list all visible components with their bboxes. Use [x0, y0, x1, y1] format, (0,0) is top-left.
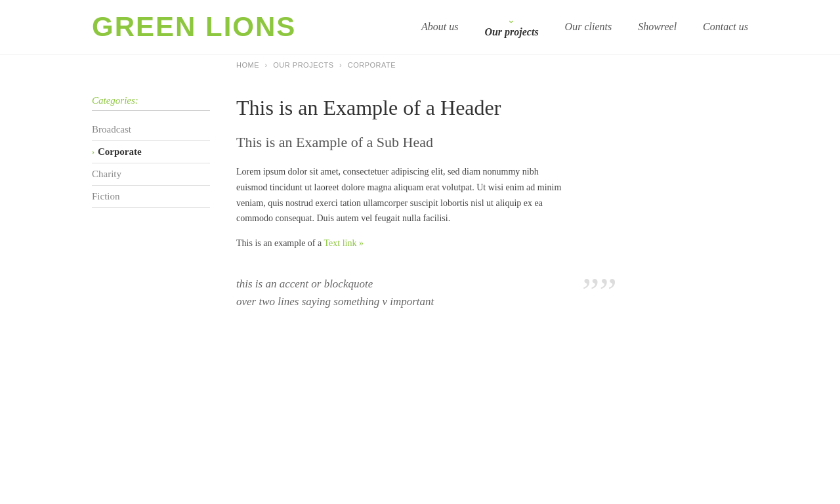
breadcrumb-current: CORPORATE: [348, 61, 396, 69]
content-heading: This is an Example of a Header: [236, 95, 748, 120]
text-link-prefix: This is an example of a: [236, 238, 324, 248]
blockquote-line1: this is an accent or blockquote: [236, 275, 499, 293]
sidebar-item-fiction[interactable]: Fiction: [92, 186, 210, 208]
breadcrumb-sep2: ›: [339, 61, 342, 69]
main-content: Categories: Broadcast › Corporate Charit…: [0, 75, 840, 331]
sidebar-item-corporate-label: Corporate: [98, 146, 142, 158]
sidebar-arrow-icon: ›: [92, 147, 94, 157]
header: GREEN LIONS About us ⌄ Our projects Our …: [0, 0, 840, 54]
nav-about-us[interactable]: About us: [421, 21, 458, 33]
sidebar-categories-label: Categories:: [92, 95, 210, 111]
blockquote-text: this is an accent or blockquote over two…: [236, 275, 499, 310]
breadcrumb: HOME › OUR PROJECTS › CORPORATE: [144, 54, 840, 75]
sidebar-item-fiction-label: Fiction: [92, 191, 120, 202]
sidebar-item-broadcast[interactable]: Broadcast: [92, 119, 210, 141]
content-area: This is an Example of a Header This is a…: [236, 89, 748, 318]
sidebar: Categories: Broadcast › Corporate Charit…: [92, 89, 210, 318]
main-nav: About us ⌄ Our projects Our clients Show…: [421, 16, 748, 38]
breadcrumb-home[interactable]: HOME: [236, 61, 259, 69]
quote-marks-icon: ””: [582, 272, 617, 311]
sidebar-item-charity-label: Charity: [92, 169, 121, 180]
nav-our-clients[interactable]: Our clients: [565, 21, 612, 33]
sidebar-item-charity[interactable]: Charity: [92, 163, 210, 186]
breadcrumb-projects[interactable]: OUR PROJECTS: [273, 61, 333, 69]
nav-our-projects[interactable]: Our projects: [484, 26, 538, 38]
sidebar-item-corporate[interactable]: › Corporate: [92, 141, 210, 163]
logo[interactable]: GREEN LIONS: [92, 13, 296, 41]
text-link[interactable]: Text link »: [324, 238, 364, 248]
logo-text[interactable]: GREEN LIONS: [92, 13, 296, 41]
sidebar-item-broadcast-label: Broadcast: [92, 124, 131, 135]
content-body: Lorem ipsum dolor sit amet, consectetuer…: [236, 164, 564, 226]
content-subheading: This is an Example of a Sub Head: [236, 133, 748, 152]
nav-contact-us[interactable]: Contact us: [703, 21, 748, 33]
nav-showreel[interactable]: Showreel: [638, 21, 677, 33]
breadcrumb-sep1: ›: [265, 61, 268, 69]
nav-our-projects-wrapper: ⌄ Our projects: [484, 16, 538, 38]
blockquote-line2: over two lines saying something v import…: [236, 293, 499, 310]
dropdown-arrow-icon: ⌄: [507, 16, 515, 25]
blockquote-section: this is an accent or blockquote over two…: [236, 268, 748, 317]
text-link-line: This is an example of a Text link »: [236, 238, 748, 249]
